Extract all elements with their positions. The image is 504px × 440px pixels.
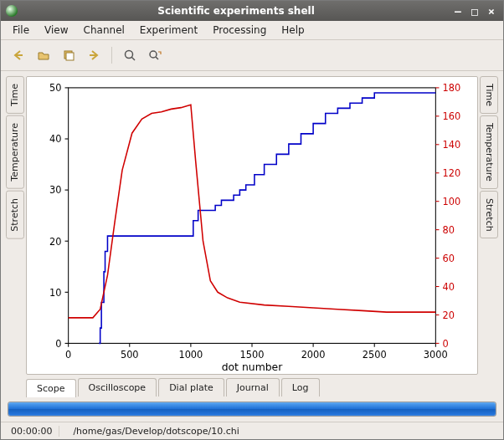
bottom-tabs: ScopeOscilloscopeDial plateJournalLog — [26, 376, 478, 397]
svg-text:120: 120 — [443, 167, 461, 179]
menu-view[interactable]: View — [38, 23, 75, 38]
svg-text:50: 50 — [49, 82, 61, 94]
svg-rect-1 — [66, 53, 74, 60]
menu-help[interactable]: Help — [275, 23, 311, 38]
plot-area[interactable]: 0500100015002000250030000102030405002040… — [26, 76, 478, 375]
progress-bar — [8, 402, 496, 417]
window-title: Scientific experiments shell — [24, 5, 448, 17]
menubar: FileViewChannelExperimentProcessingHelp — [1, 21, 503, 40]
svg-text:1000: 1000 — [178, 348, 203, 360]
svg-text:140: 140 — [443, 139, 461, 151]
zoom-icon[interactable] — [121, 46, 139, 64]
toolbar — [1, 40, 503, 71]
close-button[interactable]: × — [485, 5, 498, 18]
svg-text:40: 40 — [49, 133, 61, 145]
svg-line-3 — [131, 57, 135, 60]
save-copy-icon[interactable] — [59, 46, 78, 64]
menu-processing[interactable]: Processing — [206, 23, 273, 38]
svg-text:30: 30 — [49, 184, 61, 196]
tab-dial-plate[interactable]: Dial plate — [158, 378, 224, 397]
svg-text:20: 20 — [49, 235, 61, 247]
status-path: /home/gas/Develop/dotscope/10.chi — [66, 426, 500, 437]
tab-log[interactable]: Log — [281, 378, 320, 397]
svg-text:0: 0 — [65, 348, 71, 360]
side-tabs-right: TimeTemperatureStretch — [480, 76, 498, 397]
left-tab-stretch[interactable]: Stretch — [6, 191, 24, 239]
app-icon — [6, 5, 18, 17]
tab-scope[interactable]: Scope — [26, 379, 76, 397]
forward-icon[interactable] — [85, 46, 103, 64]
status-time: 00:00:00 — [4, 426, 59, 437]
svg-text:80: 80 — [443, 224, 455, 236]
svg-text:160: 160 — [443, 110, 461, 122]
svg-text:60: 60 — [443, 253, 455, 264]
svg-text:40: 40 — [443, 281, 455, 293]
back-icon[interactable] — [9, 46, 28, 64]
minimize-button[interactable]: – — [451, 5, 465, 18]
menu-experiment[interactable]: Experiment — [133, 23, 204, 38]
svg-text:20: 20 — [443, 310, 455, 321]
tab-journal[interactable]: Journal — [226, 378, 280, 397]
svg-text:10: 10 — [49, 286, 61, 298]
svg-rect-6 — [69, 88, 436, 344]
statusbar: 00:00:00 /home/gas/Develop/dotscope/10.c… — [1, 422, 503, 439]
left-tab-time[interactable]: Time — [6, 76, 24, 114]
right-tab-temperature[interactable]: Temperature — [480, 115, 498, 189]
open-folder-icon[interactable] — [34, 46, 53, 64]
chart: 0500100015002000250030000102030405002040… — [27, 77, 477, 374]
svg-text:1500: 1500 — [240, 348, 265, 360]
right-tab-time[interactable]: Time — [480, 76, 498, 114]
svg-text:500: 500 — [121, 348, 139, 360]
svg-text:0: 0 — [55, 338, 61, 350]
svg-text:3000: 3000 — [424, 348, 448, 360]
svg-text:0: 0 — [443, 338, 449, 350]
svg-line-5 — [156, 57, 158, 59]
svg-point-4 — [150, 51, 157, 58]
workspace: TimeTemperatureStretch 05001000150020002… — [1, 71, 503, 397]
tab-oscilloscope[interactable]: Oscilloscope — [78, 378, 157, 397]
center-pane: 0500100015002000250030000102030405002040… — [26, 76, 478, 397]
menu-file[interactable]: File — [6, 23, 36, 38]
window: Scientific experiments shell – □ × FileV… — [0, 0, 504, 440]
maximize-button[interactable]: □ — [468, 5, 481, 18]
svg-text:100: 100 — [443, 196, 461, 207]
toolbar-separator — [111, 47, 112, 64]
svg-text:2000: 2000 — [301, 348, 326, 360]
menu-channel[interactable]: Channel — [77, 23, 131, 38]
zoom-select-icon[interactable] — [146, 46, 164, 64]
side-tabs-left: TimeTemperatureStretch — [6, 76, 24, 397]
titlebar: Scientific experiments shell – □ × — [1, 1, 503, 21]
svg-text:180: 180 — [443, 82, 461, 94]
left-tab-temperature[interactable]: Temperature — [6, 115, 24, 189]
right-tab-stretch[interactable]: Stretch — [480, 191, 498, 239]
svg-text:dot number: dot number — [222, 360, 283, 372]
svg-text:2500: 2500 — [363, 348, 387, 360]
